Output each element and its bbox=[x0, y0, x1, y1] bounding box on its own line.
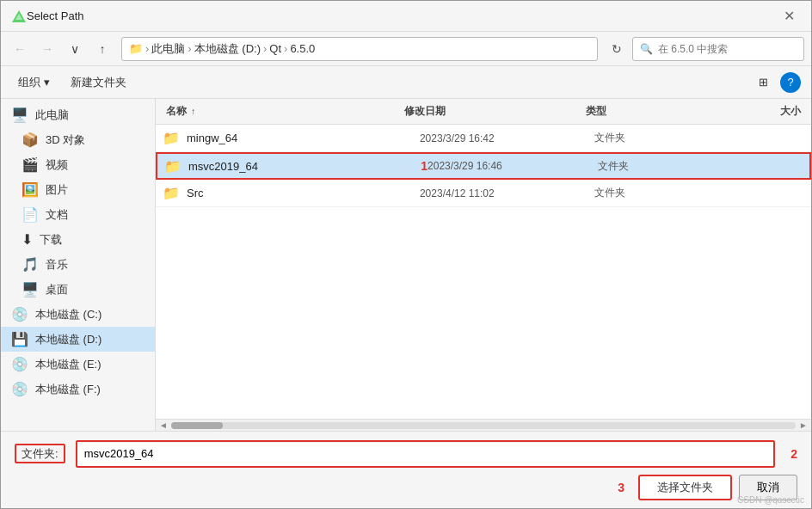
file-date: 2023/3/29 16:42 bbox=[420, 132, 594, 144]
refresh-button[interactable]: ↻ bbox=[605, 37, 629, 61]
folder-icon: 📁 bbox=[163, 185, 180, 201]
help-button[interactable]: ? bbox=[780, 72, 801, 93]
folder-input[interactable] bbox=[77, 442, 774, 466]
sidebar-item-drive-e[interactable]: 💿 本地磁盘 (E:) bbox=[1, 352, 155, 377]
col-header-date[interactable]: 修改日期 bbox=[401, 104, 581, 119]
sidebar-item-label: 图片 bbox=[46, 182, 68, 198]
file-list: 📁 mingw_64 2023/3/29 16:42 文件夹 📁 msvc201… bbox=[156, 125, 811, 419]
sidebar-item-label: 文档 bbox=[46, 207, 68, 223]
video-icon: 🎬 bbox=[22, 156, 39, 173]
annotation-3: 3 bbox=[618, 481, 624, 494]
file-list-container: 名称 ↑ 修改日期 类型 大小 📁 mingw_64 2023/3/29 16:… bbox=[156, 99, 811, 431]
window-title: Select Path bbox=[27, 9, 777, 22]
breadcrumb-item-0[interactable]: 此电脑 bbox=[151, 41, 185, 57]
music-icon: 🎵 bbox=[22, 256, 39, 273]
sidebar-item-documents[interactable]: 📄 文档 bbox=[1, 202, 155, 227]
sidebar-item-video[interactable]: 🎬 视频 bbox=[1, 152, 155, 177]
file-type: 文件夹 bbox=[594, 131, 710, 145]
app-icon bbox=[11, 9, 27, 24]
this-pc-icon: 🖥️ bbox=[11, 107, 28, 123]
folder-label: 文件夹: bbox=[15, 446, 65, 462]
drive-d-icon: 💾 bbox=[11, 331, 28, 347]
file-name: mingw_64 bbox=[187, 132, 420, 144]
sidebar-item-drive-c[interactable]: 💿 本地磁盘 (C:) bbox=[1, 302, 155, 327]
sidebar-item-this-pc[interactable]: 🖥️ 此电脑 bbox=[1, 102, 155, 127]
col-header-type[interactable]: 类型 bbox=[582, 104, 705, 119]
organize-label: 组织 bbox=[18, 75, 40, 90]
sidebar-item-label: 本地磁盘 (E:) bbox=[35, 357, 102, 372]
new-folder-button[interactable]: 新建文件夹 bbox=[64, 71, 133, 94]
pictures-icon: 🖼️ bbox=[22, 181, 39, 198]
sidebar-item-desktop[interactable]: 🖥️ 桌面 bbox=[1, 277, 155, 302]
sidebar-item-drive-f[interactable]: 💿 本地磁盘 (F:) bbox=[1, 377, 155, 402]
col-header-name[interactable]: 名称 ↑ bbox=[163, 104, 401, 119]
sidebar-item-3d[interactable]: 📦 3D 对象 bbox=[1, 127, 155, 152]
file-item-src[interactable]: 📁 Src 2023/4/12 11:02 文件夹 bbox=[156, 180, 811, 207]
sidebar-item-label: 3D 对象 bbox=[46, 132, 85, 148]
file-date: 2023/4/12 11:02 bbox=[420, 187, 594, 199]
drive-c-icon: 💿 bbox=[11, 306, 28, 322]
search-box[interactable]: 🔍 bbox=[632, 37, 804, 61]
drive-e-icon: 💿 bbox=[11, 356, 28, 372]
sidebar-item-label: 下载 bbox=[40, 232, 62, 248]
up-button[interactable]: ↑ bbox=[90, 37, 114, 61]
sidebar-item-label: 此电脑 bbox=[35, 107, 69, 123]
sidebar-item-label: 本地磁盘 (F:) bbox=[35, 382, 101, 397]
search-icon: 🔍 bbox=[640, 43, 653, 55]
search-input[interactable] bbox=[658, 43, 797, 55]
file-name: Src bbox=[187, 187, 420, 199]
bottom-bar: 文件夹: 2 3 选择文件夹 取消 CSDN @qascetic bbox=[1, 431, 811, 508]
3d-icon: 📦 bbox=[22, 132, 39, 148]
buttons-row: 3 选择文件夹 取消 bbox=[15, 475, 797, 500]
toolbar: 组织 ▾ 新建文件夹 ⊞ ? bbox=[1, 66, 811, 99]
sidebar-item-label: 音乐 bbox=[46, 257, 68, 273]
organize-button[interactable]: 组织 ▾ bbox=[11, 71, 57, 94]
close-button[interactable]: ✕ bbox=[777, 4, 801, 28]
nav-bar: ← → ∨ ↑ 📁 › 此电脑 › 本地磁盘 (D:) › Qt › 6.5.0… bbox=[1, 32, 811, 66]
sidebar-item-music[interactable]: 🎵 音乐 bbox=[1, 252, 155, 277]
sidebar-item-label: 本地磁盘 (D:) bbox=[35, 332, 102, 347]
forward-button[interactable]: → bbox=[35, 37, 59, 61]
breadcrumb[interactable]: 📁 › 此电脑 › 本地磁盘 (D:) › Qt › 6.5.0 bbox=[121, 37, 598, 61]
toolbar-right: ⊞ ? bbox=[752, 72, 801, 93]
annotation-2: 2 bbox=[790, 447, 797, 461]
desktop-icon: 🖥️ bbox=[22, 281, 39, 297]
annotation-1: 1 bbox=[421, 159, 428, 173]
folder-row: 文件夹: 2 bbox=[15, 440, 797, 468]
file-name: msvc2019_64 bbox=[188, 160, 415, 173]
file-type: 文件夹 bbox=[594, 186, 710, 200]
file-item-mingw64[interactable]: 📁 mingw_64 2023/3/29 16:42 文件夹 bbox=[156, 125, 811, 152]
file-item-msvc2019[interactable]: 📁 msvc2019_64 1 2023/3/29 16:46 文件夹 bbox=[156, 152, 811, 180]
file-list-header: 名称 ↑ 修改日期 类型 大小 bbox=[156, 99, 811, 125]
sidebar-item-label: 本地磁盘 (C:) bbox=[35, 307, 102, 322]
sidebar-item-drive-d[interactable]: 💾 本地磁盘 (D:) bbox=[1, 327, 155, 352]
sidebar-item-pictures[interactable]: 🖼️ 图片 bbox=[1, 177, 155, 202]
documents-icon: 📄 bbox=[22, 206, 39, 223]
file-type: 文件夹 bbox=[598, 159, 711, 174]
title-bar: Select Path ✕ bbox=[1, 1, 811, 32]
view-button[interactable]: ⊞ bbox=[752, 72, 775, 92]
select-folder-button[interactable]: 选择文件夹 bbox=[638, 475, 732, 500]
breadcrumb-item-1[interactable]: 本地磁盘 (D:) bbox=[194, 41, 261, 57]
horizontal-scrollbar[interactable]: ◄ ► bbox=[156, 419, 811, 431]
sidebar-item-label: 桌面 bbox=[46, 282, 68, 297]
folder-icon: 📁 bbox=[163, 130, 180, 146]
watermark: CSDN @qascetic bbox=[737, 495, 804, 505]
nav-dropdown-button[interactable]: ∨ bbox=[63, 37, 87, 61]
breadcrumb-item-2[interactable]: Qt bbox=[269, 42, 281, 55]
main-content: 🖥️ 此电脑 📦 3D 对象 🎬 视频 🖼️ 图片 📄 文档 ⬇ 下载 bbox=[1, 99, 811, 431]
sidebar-item-label: 视频 bbox=[46, 157, 68, 173]
folder-input-wrapper bbox=[76, 440, 776, 468]
file-date: 2023/3/29 16:46 bbox=[428, 160, 598, 172]
col-header-size[interactable]: 大小 bbox=[704, 104, 804, 119]
sort-arrow-name: ↑ bbox=[191, 107, 195, 116]
sidebar: 🖥️ 此电脑 📦 3D 对象 🎬 视频 🖼️ 图片 📄 文档 ⬇ 下载 bbox=[1, 99, 156, 431]
downloads-icon: ⬇ bbox=[22, 231, 33, 248]
folder-icon: 📁 bbox=[164, 158, 181, 175]
sidebar-item-downloads[interactable]: ⬇ 下载 bbox=[1, 227, 155, 252]
organize-dropdown-icon: ▾ bbox=[44, 76, 50, 89]
breadcrumb-item-3[interactable]: 6.5.0 bbox=[290, 42, 315, 55]
dialog-window: Select Path ✕ ← → ∨ ↑ 📁 › 此电脑 › 本地磁盘 (D:… bbox=[0, 0, 812, 509]
breadcrumb-icon: 📁 bbox=[129, 42, 143, 55]
back-button[interactable]: ← bbox=[8, 37, 32, 61]
